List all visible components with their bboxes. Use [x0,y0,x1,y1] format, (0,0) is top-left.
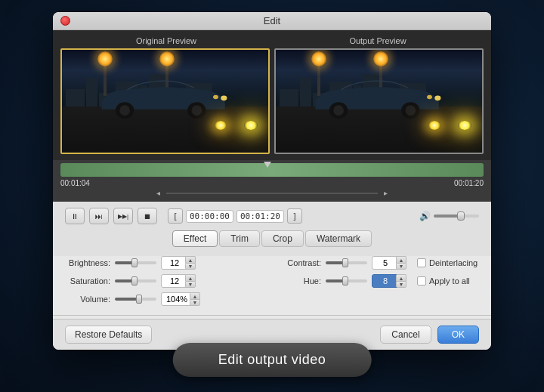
tab-effect[interactable]: Effect [172,230,218,247]
volume-label: Volume: [65,295,110,304]
tab-crop[interactable]: Crop [261,230,304,247]
deinterlacing-checkbox[interactable] [417,258,426,267]
marker-triangle [264,162,271,168]
hue-slider[interactable] [326,279,367,282]
svg-point-10 [434,96,440,101]
time-bracket: [ 00:00:00 00:01:20 ] [168,208,302,224]
saturation-down[interactable]: ▼ [185,281,196,288]
out-car-silhouette [286,79,468,130]
main-volume-slider[interactable] [115,298,156,301]
volume-row: Volume: 104% ▲ ▼ [65,292,268,306]
hue-row: Hue: 8 ▲ ▼ Apply to all [276,274,479,288]
timeline-arrows: ◂ ▸ [60,189,484,197]
bracket-open-icon: [ [174,211,176,221]
deinterlacing-label: Deinterlacing [429,258,478,267]
hue-field-group: 8 ▲ ▼ [372,274,406,288]
brightness-down[interactable]: ▼ [185,263,196,270]
svg-point-3 [191,105,202,116]
arrow-left-icon[interactable]: ◂ [153,189,163,197]
contrast-down[interactable]: ▼ [396,263,406,270]
timeline-area: 00:01:04 00:01:20 ◂ ▸ [53,160,491,202]
brightness-slider[interactable] [115,261,156,264]
main-volume-thumb [136,295,142,304]
saturation-row: Saturation: 12 ▲ ▼ [65,274,268,288]
original-video-scene [62,50,268,153]
volume-down[interactable]: ▼ [190,299,200,306]
step-forward-button[interactable]: ⏭ [89,208,109,224]
volume-up[interactable]: ▲ [190,292,200,299]
stop-icon: ⏹ [144,212,151,221]
brightness-value[interactable]: 12 [161,256,188,270]
stop-button[interactable]: ⏹ [138,208,157,224]
volume-thumb [457,211,465,221]
contrast-row: Contrast: 5 ▲ ▼ Deinterlacing [276,256,479,270]
edit-output-video-pill[interactable]: Edit output video [173,343,372,377]
transport-row: ⏸ ⏭ ▶▶| ⏹ [ 00:00:00 00:01:20 ] [65,208,479,224]
timeline-times: 00:01:04 00:01:20 [60,179,484,187]
cancel-button[interactable]: Cancel [380,326,431,344]
hue-down[interactable]: ▼ [396,281,406,288]
brightness-thumb [131,258,138,267]
deinterlacing-row: Deinterlacing [417,258,478,267]
saturation-label: Saturation: [65,276,110,286]
svg-point-11 [427,95,432,99]
controls-area: ⏸ ⏭ ▶▶| ⏹ [ 00:00:00 00:01:20 ] [53,202,491,256]
output-preview[interactable] [274,48,484,154]
time-end-display: 00:01:20 [236,210,284,223]
titlebar: Edit [53,12,491,30]
separator [53,315,491,316]
apply-to-all-row: Apply to all [417,276,470,286]
contrast-slider[interactable] [326,261,367,264]
step-forward-icon: ⏭ [95,212,103,221]
next-frame-icon: ▶▶| [118,213,128,220]
original-preview[interactable] [60,48,270,154]
svg-point-7 [333,105,344,116]
hue-up[interactable]: ▲ [396,274,406,281]
pause-button[interactable]: ⏸ [65,208,85,224]
tabs-row: Effect Trim Crop Watermark [65,230,479,247]
timeline-marker[interactable] [264,162,271,178]
tab-trim[interactable]: Trim [219,230,260,247]
arrow-right-icon[interactable]: ▸ [381,189,391,197]
bracket-close-icon: ] [293,211,295,221]
time-start-display: 00:00:00 [186,210,233,223]
volume-value[interactable]: 104% [161,292,193,306]
contrast-thumb [342,258,348,267]
edit-window: Edit Original Preview Output Preview [53,12,491,350]
original-preview-label: Original Preview [60,36,272,45]
brightness-up[interactable]: ▲ [185,256,196,263]
contrast-value[interactable]: 5 [372,256,399,270]
tab-watermark[interactable]: Watermark [305,230,372,247]
brightness-row: Brightness: 12 ▲ ▼ [65,256,268,270]
apply-to-all-checkbox[interactable] [417,276,426,286]
preview-area: Original Preview Output Preview [53,30,491,160]
contrast-up[interactable]: ▲ [396,256,406,263]
saturation-value[interactable]: 12 [161,274,188,288]
volume-field-group: 104% ▲ ▼ [161,292,200,306]
timeline-end: 00:01:20 [454,179,484,187]
next-frame-button[interactable]: ▶▶| [113,208,133,224]
timeline-track[interactable] [60,163,484,177]
ok-button[interactable]: OK [437,326,479,344]
hue-value[interactable]: 8 [372,274,399,288]
brightness-label: Brightness: [65,258,110,267]
hue-stepper: ▲ ▼ [396,274,406,288]
bracket-close-button[interactable]: ] [287,208,302,224]
output-video-scene [276,50,482,153]
saturation-slider[interactable] [115,279,156,282]
restore-defaults-button[interactable]: Restore Defaults [65,326,152,344]
hue-label: Hue: [276,276,321,286]
action-buttons: Cancel OK [380,326,479,344]
settings-area: Brightness: 12 ▲ ▼ Contrast: [53,256,491,312]
preview-labels: Original Preview Output Preview [60,36,484,45]
volume-icon: 🔊 [419,211,431,221]
car-silhouette [73,79,254,130]
saturation-up[interactable]: ▲ [185,274,196,281]
close-button[interactable] [60,16,70,26]
saturation-thumb [131,276,138,286]
volume-slider[interactable] [434,215,479,218]
bracket-open-button[interactable]: [ [168,208,183,224]
svg-point-4 [221,96,227,101]
brightness-stepper: ▲ ▼ [185,256,196,270]
svg-point-9 [405,105,416,116]
